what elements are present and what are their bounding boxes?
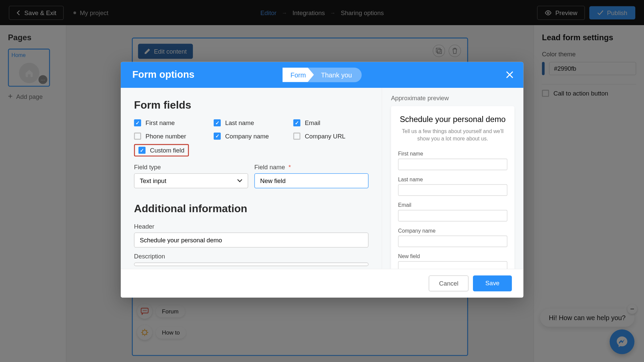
modal-body: Form fields First name Last name Email P… [121, 87, 523, 269]
section-additional: Additional information [134, 202, 369, 215]
field-last-name[interactable]: Last name [214, 119, 289, 126]
field-name-col: Field name * [254, 164, 368, 188]
preview-field: Last name [398, 176, 507, 196]
chevron-down-icon [237, 179, 243, 183]
preview-card: Schedule your personal demo Tell us a fe… [391, 106, 515, 269]
modal-overlay[interactable]: Form options Form Thank you Form fields … [0, 0, 644, 362]
description-input[interactable] [134, 262, 369, 266]
field-custom[interactable]: Custom field [139, 147, 184, 154]
preview-label: Approximate preview [391, 95, 515, 102]
field-type-select[interactable]: Text input [134, 173, 248, 188]
preview-field: Email [398, 202, 507, 221]
modal-footer: Cancel Save [121, 269, 523, 298]
checkbox-icon [139, 147, 146, 154]
modal-body-right: Approximate preview Schedule your person… [382, 87, 523, 269]
preview-sub: Tell us a few things about yourself and … [398, 128, 507, 142]
field-phone[interactable]: Phone number [134, 133, 209, 140]
checkbox-icon [214, 119, 221, 126]
field-type-col: Field type Text input [134, 164, 248, 188]
modal-header: Form options Form Thank you [121, 62, 523, 88]
tab-thank-you[interactable]: Thank you [308, 67, 362, 82]
field-name-input[interactable] [254, 173, 368, 188]
custom-field-row: Field type Text input Field name * [134, 164, 369, 188]
header-label: Header [134, 223, 369, 230]
field-type-value: Text input [140, 177, 166, 184]
header-input[interactable] [134, 233, 369, 248]
cancel-button[interactable]: Cancel [429, 276, 469, 291]
field-name-label: Field name * [254, 164, 368, 171]
field-company-url[interactable]: Company URL [293, 133, 368, 140]
checkbox-icon [214, 133, 221, 140]
close-icon [506, 71, 514, 79]
preview-field: First name [398, 150, 507, 170]
field-type-label: Field type [134, 164, 248, 171]
save-button[interactable]: Save [473, 276, 512, 291]
preview-field: New field [398, 253, 507, 269]
modal-body-left: Form fields First name Last name Email P… [121, 87, 382, 269]
field-first-name[interactable]: First name [134, 119, 209, 126]
preview-field: Company name [398, 228, 507, 247]
field-company[interactable]: Company name [214, 133, 289, 140]
tab-form[interactable]: Form [282, 67, 314, 82]
description-label: Description [134, 253, 369, 260]
fields-grid: First name Last name Email Phone number … [134, 119, 369, 140]
modal-tabs: Form Thank you [282, 67, 362, 82]
field-custom-highlight: Custom field [134, 144, 189, 157]
checkbox-icon [293, 133, 300, 140]
checkbox-icon [293, 119, 300, 126]
close-button[interactable] [506, 71, 514, 79]
checkbox-icon [134, 133, 141, 140]
preview-title: Schedule your personal demo [398, 115, 507, 124]
form-options-modal: Form options Form Thank you Form fields … [121, 62, 523, 298]
checkbox-icon [134, 119, 141, 126]
field-email[interactable]: Email [293, 119, 368, 126]
section-form-fields: Form fields [134, 99, 369, 111]
modal-title: Form options [132, 69, 194, 80]
